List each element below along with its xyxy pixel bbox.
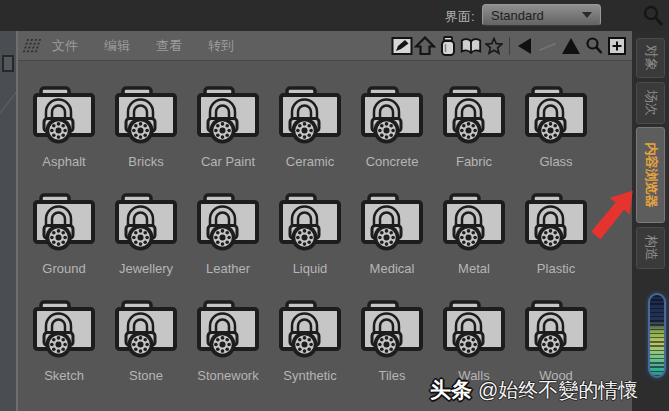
menu-item[interactable]: 编辑 [100, 35, 134, 57]
folder-label: Bricks [114, 154, 178, 169]
background-widget [2, 55, 14, 72]
folder-item[interactable]: Concrete [360, 85, 424, 169]
locked-folder-icon [114, 192, 178, 253]
locked-folder-icon [32, 192, 96, 253]
folder-label: Medical [360, 261, 424, 276]
folder-label: Stone [114, 368, 178, 383]
tab-content-browser[interactable]: 内容浏览器 [636, 127, 665, 223]
locked-folder-icon [442, 299, 506, 360]
locked-folder-icon [32, 85, 96, 146]
search-icon[interactable] [583, 35, 605, 57]
locked-folder-icon [196, 85, 260, 146]
app-window: 界面: Standard 文件编辑查看转到 [0, 0, 669, 411]
content-browser-panel: 文件编辑查看转到 [18, 31, 632, 411]
locked-folder-icon [524, 192, 588, 253]
toolbar-separator [509, 37, 510, 55]
locked-folder-icon [278, 85, 342, 146]
menu-items: 文件编辑查看转到 [48, 35, 238, 57]
interface-label: 界面: [445, 8, 475, 26]
menu-item[interactable]: 查看 [152, 35, 186, 57]
locked-folder-icon [114, 299, 178, 360]
locked-folder-icon [360, 192, 424, 253]
watermark-handle: @始终不變的情懷 [478, 377, 638, 404]
folder-item[interactable]: Fabric [442, 85, 506, 169]
folder-label: Stonework [196, 368, 260, 383]
folder-label: Synthetic [278, 368, 342, 383]
watermark-brand: 头条 [430, 376, 472, 404]
locked-folder-icon [278, 192, 342, 253]
background-window-sliver [0, 31, 16, 411]
forward-disabled-icon[interactable] [537, 35, 559, 57]
add-browser-icon[interactable] [606, 35, 628, 57]
folder-label: Car Paint [196, 154, 260, 169]
locked-folder-icon [442, 85, 506, 146]
favorites-star-icon[interactable] [483, 35, 505, 57]
folder-grid: Asphalt [18, 61, 632, 383]
locked-folder-icon [114, 85, 178, 146]
folder-label: Fabric [442, 154, 506, 169]
folder-label: Asphalt [32, 154, 96, 169]
folder-item[interactable]: Stonework [196, 299, 260, 383]
folder-item[interactable]: Glass [524, 85, 588, 169]
locked-folder-icon [278, 299, 342, 360]
gradient-meter-decoration [648, 293, 666, 378]
locked-folder-icon [442, 192, 506, 253]
locked-folder-icon [360, 85, 424, 146]
search-icon[interactable] [641, 4, 665, 28]
browser-toolbar [391, 35, 628, 57]
folder-label: Tiles [360, 368, 424, 383]
folder-label: Concrete [360, 154, 424, 169]
folder-item[interactable]: Stone [114, 299, 178, 383]
locked-folder-icon [524, 85, 588, 146]
folder-item[interactable]: Tiles [360, 299, 424, 383]
folder-label: Metal [442, 261, 506, 276]
folder-item[interactable]: Asphalt [32, 85, 96, 169]
menu-item[interactable]: 转到 [204, 35, 238, 57]
folder-label: Plastic [524, 261, 588, 276]
tab-takes[interactable]: 场次 [636, 82, 665, 124]
folder-item[interactable]: Plastic [524, 192, 588, 276]
folder-label: Ceramic [278, 154, 342, 169]
tab-objects[interactable]: 对象 [636, 38, 665, 78]
home-up-icon[interactable] [414, 35, 436, 57]
interface-dropdown-value: Standard [491, 8, 582, 23]
folder-item[interactable]: Leather [196, 192, 260, 276]
folder-item[interactable]: Sketch [32, 299, 96, 383]
browser-menu-bar: 文件编辑查看转到 [18, 31, 632, 61]
folder-item[interactable]: Liquid [278, 192, 342, 276]
locked-folder-icon [360, 299, 424, 360]
folder-label: Glass [524, 154, 588, 169]
preset-jar-icon[interactable] [437, 35, 459, 57]
back-icon[interactable] [514, 35, 536, 57]
watermark: 头条 @始终不變的情懷 [430, 376, 638, 404]
folder-label: Liquid [278, 261, 342, 276]
locked-folder-icon [196, 192, 260, 253]
tab-structure[interactable]: 构造 [636, 227, 665, 269]
folder-label: Jewellery [114, 261, 178, 276]
folder-item[interactable]: Bricks [114, 85, 178, 169]
edit-pencil-icon[interactable] [391, 35, 413, 57]
folder-label: Ground [32, 261, 96, 276]
folder-item[interactable]: Metal [442, 192, 506, 276]
folder-item[interactable]: Medical [360, 192, 424, 276]
palette-grip-handle[interactable] [22, 38, 43, 53]
up-level-icon[interactable] [560, 35, 582, 57]
catalog-book-icon[interactable] [460, 35, 482, 57]
interface-dropdown[interactable]: Standard [482, 4, 601, 26]
folder-item[interactable]: Synthetic [278, 299, 342, 383]
folder-item[interactable]: Ceramic [278, 85, 342, 169]
folder-label: Sketch [32, 368, 96, 383]
locked-folder-icon [32, 299, 96, 360]
menu-item[interactable]: 文件 [48, 35, 82, 57]
folder-label: Leather [196, 261, 260, 276]
locked-folder-icon [524, 299, 588, 360]
top-chrome-bar: 界面: Standard [0, 0, 669, 31]
folder-item[interactable]: Car Paint [196, 85, 260, 169]
folder-item[interactable]: Wood [524, 299, 588, 383]
folder-item[interactable]: Jewellery [114, 192, 178, 276]
folder-item[interactable]: Ground [32, 192, 96, 276]
locked-folder-icon [196, 299, 260, 360]
folder-item[interactable]: Walls [442, 299, 506, 383]
chevron-down-icon [582, 12, 592, 18]
